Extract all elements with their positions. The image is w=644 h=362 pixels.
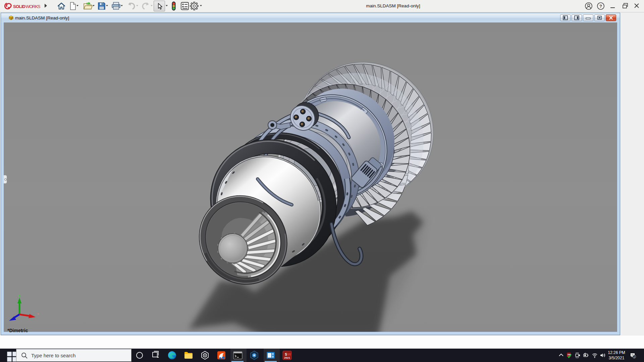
svg-text:WORKS: WORKS (26, 4, 41, 9)
svg-text:2021: 2021 (284, 356, 290, 359)
svg-text:1: 1 (634, 356, 635, 358)
svg-text:?: ? (599, 4, 602, 9)
svg-text:W: W (287, 352, 291, 356)
svg-text:x: x (37, 312, 39, 316)
svg-text:S: S (285, 352, 287, 356)
svg-text:SOLID: SOLID (13, 4, 25, 9)
